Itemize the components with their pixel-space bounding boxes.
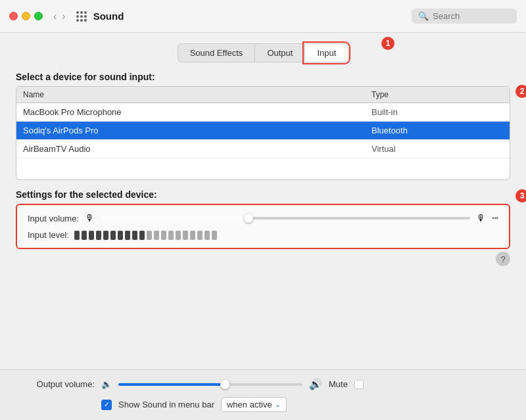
level-bar [168, 231, 174, 240]
input-volume-label: Input volume: [28, 214, 79, 223]
device-table: Name Type MacBook Pro Microphone Built-i… [16, 86, 510, 180]
level-bar [190, 231, 195, 240]
mute-checkbox[interactable] [354, 380, 364, 389]
dropdown-arrow-icon: ⌄ [275, 400, 281, 409]
back-button[interactable]: ‹ [52, 11, 58, 22]
device-type-0: Built-in [371, 107, 503, 117]
level-bar [176, 231, 181, 240]
when-active-label: when active [227, 400, 272, 409]
level-bar [204, 231, 210, 240]
level-bar [110, 231, 116, 240]
window-title: Sound [93, 11, 405, 22]
volume-low-icon: 🔈 [101, 379, 112, 389]
settings-section-label: Settings for the selected device: [16, 189, 510, 200]
vol-slider-fill [118, 383, 225, 386]
bottom-bar: Output volume: 🔈 🔊 Mute ✓ Show Sound in … [0, 369, 526, 420]
level-bar [147, 231, 152, 240]
search-bar: 🔍 [412, 9, 517, 24]
level-bar [74, 231, 80, 240]
level-bar [154, 231, 159, 240]
show-sound-checkbox[interactable]: ✓ [101, 400, 112, 410]
level-bar [183, 231, 188, 240]
tabs-wrapper: Sound Effects Output Input 1 [16, 43, 510, 62]
search-icon: 🔍 [418, 11, 429, 21]
device-name-2: AirBeamTV Audio [23, 144, 371, 154]
level-bar [161, 231, 166, 240]
output-volume-label: Output volume: [16, 379, 95, 389]
help-button[interactable]: ? [496, 252, 510, 266]
table-row[interactable]: Sodiq's AirPods Pro Bluetooth [16, 122, 510, 140]
table-row[interactable]: AirBeamTV Audio Virtual [16, 140, 510, 158]
mic-icon-low: 🎙 [85, 213, 95, 223]
tab-output[interactable]: Output [255, 43, 304, 62]
empty-row [16, 158, 510, 179]
vol-slider-thumb[interactable] [220, 380, 229, 389]
nav-buttons: ‹ › [52, 11, 67, 22]
level-bar [125, 231, 130, 240]
slider-fill [101, 217, 249, 220]
settings-box: Input volume: 🎙 🎙 ••• Input level: [16, 204, 510, 249]
col-header-type: Type [371, 90, 503, 99]
mic-dots: ••• [492, 215, 498, 222]
device-section-wrapper: Select a device for sound input: Name Ty… [16, 72, 510, 180]
col-header-name: Name [23, 90, 371, 99]
level-bar [139, 231, 145, 240]
tabs: Sound Effects Output Input [178, 43, 349, 62]
table-row[interactable]: MacBook Pro Microphone Built-in [16, 103, 510, 122]
device-name-1: Sodiq's AirPods Pro [23, 126, 371, 135]
grid-icon[interactable] [76, 11, 87, 22]
search-input[interactable] [433, 11, 510, 21]
output-volume-row: Output volume: 🔈 🔊 Mute [16, 378, 510, 390]
device-type-1: Bluetooth [371, 126, 503, 135]
input-level-row: Input level: [28, 230, 498, 240]
tab-input[interactable]: Input [304, 43, 348, 62]
mute-label: Mute [329, 379, 348, 389]
level-bar [197, 231, 203, 240]
forward-button[interactable]: › [60, 11, 66, 22]
input-volume-slider[interactable] [101, 217, 470, 220]
level-bar [96, 231, 101, 240]
slider-thumb[interactable] [244, 214, 253, 223]
close-button[interactable] [9, 12, 18, 20]
level-bar [132, 231, 137, 240]
traffic-lights [9, 12, 43, 20]
output-volume-slider[interactable] [118, 383, 302, 386]
level-bar [212, 231, 217, 240]
device-name-0: MacBook Pro Microphone [23, 107, 371, 117]
badge-3-circle: 3 [515, 189, 526, 202]
mic-icon-high: 🎙 [477, 213, 486, 223]
level-bars [74, 231, 217, 240]
table-header: Name Type [16, 87, 510, 103]
content-area: Sound Effects Output Input 1 Select a de… [0, 33, 526, 369]
badge-3: 3 [515, 189, 526, 202]
level-bar [82, 231, 87, 240]
menu-bar-row: ✓ Show Sound in menu bar when active ⌄ [16, 397, 510, 412]
device-section-label: Select a device for sound input: [16, 72, 510, 82]
settings-section-wrapper: Settings for the selected device: 3 Inpu… [16, 189, 510, 266]
title-bar: ‹ › Sound 🔍 [0, 0, 526, 33]
show-sound-label: Show Sound in menu bar [118, 400, 214, 409]
level-bar [118, 231, 123, 240]
device-type-2: Virtual [371, 144, 503, 154]
badge-1-circle: 1 [381, 37, 394, 50]
badge-2: 2 [515, 85, 526, 98]
volume-high-icon: 🔊 [309, 378, 322, 390]
badge-1: 1 [381, 37, 394, 50]
tab-sound-effects[interactable]: Sound Effects [178, 43, 256, 62]
maximize-button[interactable] [34, 12, 43, 20]
badge-2-circle: 2 [515, 85, 526, 98]
minimize-button[interactable] [22, 12, 30, 20]
input-level-label: Input level: [28, 230, 69, 240]
level-bar [103, 231, 108, 240]
when-active-dropdown[interactable]: when active ⌄ [221, 397, 287, 412]
input-volume-row: Input volume: 🎙 🎙 ••• [28, 213, 498, 223]
level-bar [89, 231, 94, 240]
